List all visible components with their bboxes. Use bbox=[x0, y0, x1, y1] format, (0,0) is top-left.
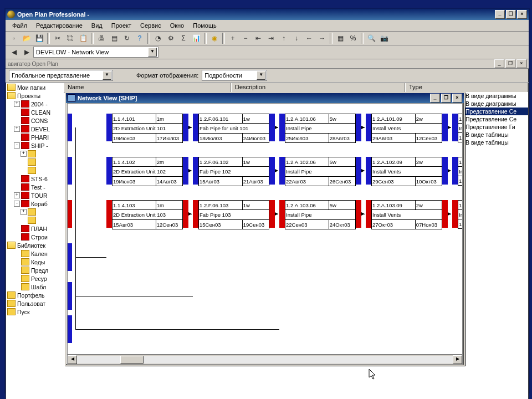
tree-item[interactable]: Пользоват bbox=[6, 299, 64, 308]
menu-window[interactable]: Окно bbox=[166, 21, 189, 30]
left-icon[interactable]: ← bbox=[303, 32, 315, 44]
help-icon[interactable]: ? bbox=[134, 32, 146, 44]
task-node-partial[interactable]: 1.In1 bbox=[452, 200, 463, 228]
task-node[interactable]: 1.1.4.1011m2D Extraction Unit 10119Июн03… bbox=[106, 114, 188, 141]
tree-item[interactable]: Коды bbox=[6, 258, 64, 266]
restore-button[interactable]: ❐ bbox=[506, 10, 516, 19]
tree-expander-icon[interactable]: + bbox=[14, 192, 20, 198]
menu-service[interactable]: Сервис bbox=[136, 21, 166, 30]
menu-project[interactable]: Проект bbox=[107, 21, 136, 30]
open-icon[interactable]: 📂 bbox=[21, 32, 33, 44]
list-item[interactable]: В виде диаграммы bbox=[464, 100, 528, 108]
task-node[interactable]: 1.2.A.102.092wInstall Vents29Сен0310Окт0… bbox=[366, 157, 448, 185]
tree-item[interactable]: Мои папки bbox=[6, 83, 64, 91]
tree-item[interactable]: Кален bbox=[6, 249, 64, 258]
menu-help[interactable]: Помощь bbox=[188, 21, 221, 30]
nv-minimize-button[interactable]: _ bbox=[430, 94, 440, 103]
tree-item[interactable]: PHARI bbox=[6, 133, 64, 141]
down-icon[interactable]: ↓ bbox=[290, 32, 303, 44]
task-node[interactable]: 1.2.F.06.1021wFab Pipe 10215Авг0321Авг03 bbox=[193, 157, 275, 185]
tree-expander-icon[interactable]: + bbox=[21, 209, 27, 215]
zoom-out-icon[interactable]: − bbox=[239, 32, 252, 44]
tree-item[interactable]: Портфель bbox=[6, 291, 64, 299]
percent-icon[interactable]: % bbox=[347, 32, 359, 44]
close-button[interactable]: × bbox=[517, 10, 527, 19]
panel-minimize-button[interactable]: _ bbox=[494, 59, 504, 68]
nav-right-icon[interactable]: ▶ bbox=[21, 46, 33, 58]
project-tree[interactable]: Мои папкиПроекты+2004 -CLEANCONS+DEVELPH… bbox=[6, 83, 64, 399]
zoom-in-icon[interactable]: + bbox=[227, 32, 239, 44]
tree-item[interactable]: CLEAN bbox=[6, 108, 64, 116]
tree-item[interactable]: Проекты bbox=[6, 91, 64, 100]
task-node-partial[interactable]: 1.In1 bbox=[452, 157, 463, 185]
format-selector[interactable]: Подробности▼ bbox=[202, 70, 267, 81]
task-node[interactable]: 1.2.F.06.1031wFab Pipe 10315Сен0319Сен03 bbox=[193, 200, 275, 228]
tree-item[interactable]: -Кораб bbox=[6, 200, 64, 208]
gear-icon[interactable]: ⚙ bbox=[165, 32, 177, 44]
bullet-icon[interactable]: ◉ bbox=[208, 32, 221, 44]
menu-file[interactable]: Файл bbox=[8, 21, 32, 30]
scroll-left-button[interactable]: ◀ bbox=[68, 355, 77, 364]
new-icon[interactable]: ▫ bbox=[8, 32, 20, 44]
chevron-down-icon[interactable]: ▼ bbox=[257, 71, 265, 80]
nav-left-icon[interactable]: ◀ bbox=[8, 46, 20, 58]
chevron-down-icon[interactable]: ▼ bbox=[148, 48, 157, 57]
tree-item[interactable]: +DEVEL bbox=[6, 125, 64, 133]
right-icon[interactable]: → bbox=[316, 32, 328, 44]
view-selector[interactable]: DEVFLOW - Network View ▼ bbox=[33, 47, 158, 58]
network-canvas[interactable]: 1.1.4.1011m2D Extraction Unit 10119Июн03… bbox=[67, 103, 463, 355]
task-node[interactable]: 1.2.A.101.065wInstall Pipe25Июл0328Авг03 bbox=[279, 114, 361, 141]
panel-close-button[interactable]: × bbox=[516, 59, 526, 68]
tree-expander-icon[interactable]: + bbox=[21, 151, 27, 157]
tree-item[interactable]: STS-6 bbox=[6, 175, 64, 183]
paste-icon[interactable]: 📋 bbox=[77, 32, 89, 44]
tree-item[interactable]: Ресур bbox=[6, 274, 64, 283]
chart-icon[interactable]: 📊 bbox=[190, 32, 202, 44]
expand-icon[interactable]: ⇥ bbox=[265, 32, 277, 44]
nv-close-button[interactable]: × bbox=[452, 94, 462, 103]
horizontal-scrollbar[interactable]: ◀ ▶ bbox=[67, 355, 463, 365]
network-view-window[interactable]: Network View [SHIP] _❐× 1.1.4.1011m2D Ex… bbox=[65, 92, 465, 366]
chevron-down-icon[interactable]: ▼ bbox=[103, 71, 111, 80]
tree-expander-icon[interactable]: - bbox=[14, 201, 20, 207]
task-node[interactable]: 1.2.A.102.065wInstall Pipe22Авг0326Сен03 bbox=[279, 157, 361, 185]
save-icon[interactable]: 💾 bbox=[33, 32, 45, 44]
task-node[interactable]: 1.2.A.103.092wInstall Vents27Окт0307Ноя0… bbox=[366, 200, 448, 228]
list-item[interactable]: Представление Се bbox=[464, 115, 528, 123]
menu-edit[interactable]: Редактирование bbox=[32, 21, 87, 30]
list-item[interactable]: Представление Ги bbox=[464, 123, 528, 131]
tree-item[interactable]: +2004 - bbox=[6, 100, 64, 108]
tree-item[interactable] bbox=[6, 216, 64, 224]
list-item[interactable]: В виде диаграммы bbox=[464, 92, 528, 100]
col-name[interactable]: Name bbox=[64, 83, 231, 92]
refresh-icon[interactable]: ↻ bbox=[121, 32, 133, 44]
tree-item[interactable]: Test - bbox=[6, 183, 64, 191]
col-type[interactable]: Type bbox=[405, 83, 528, 92]
copy-icon[interactable]: ⿻ bbox=[64, 32, 76, 44]
global-view-selector[interactable]: Глобальное представление▼ bbox=[9, 70, 113, 81]
task-node[interactable]: 1.2.A.103.065wInstall Pipe22Сен0324Окт03 bbox=[279, 200, 361, 228]
camera-icon[interactable]: 📷 bbox=[378, 32, 390, 44]
tree-item[interactable]: + bbox=[6, 208, 64, 216]
task-node[interactable]: 1.1.4.1022m2D Extraction Unit 10219Июн03… bbox=[106, 157, 188, 185]
cut-icon[interactable]: ✂ bbox=[52, 32, 64, 44]
col-desc[interactable]: Description bbox=[231, 83, 405, 92]
task-node-partial[interactable]: 1.In1 bbox=[452, 114, 463, 141]
nv-maximize-button[interactable]: ❐ bbox=[441, 94, 451, 103]
task-node[interactable]: 1.2.F.06.1011wFab Pipe for unit 10118Июл… bbox=[193, 114, 275, 141]
network-view-titlebar[interactable]: Network View [SHIP] _❐× bbox=[66, 93, 464, 103]
tree-expander-icon[interactable]: + bbox=[14, 101, 20, 107]
tree-item[interactable]: +TOUR bbox=[6, 191, 64, 200]
task-node[interactable]: 1.1.4.1031m2D Extraction Unit 10315Авг03… bbox=[106, 200, 188, 228]
tree-item[interactable]: CONS bbox=[6, 116, 64, 125]
tree-item[interactable]: Строи bbox=[6, 233, 64, 241]
tree-expander-icon[interactable]: + bbox=[14, 126, 20, 132]
list-item[interactable]: Представление Се bbox=[464, 108, 528, 115]
panel-restore-button[interactable]: ❐ bbox=[505, 59, 515, 68]
preview-icon[interactable]: ▤ bbox=[108, 32, 120, 44]
sigma-icon[interactable]: Σ bbox=[177, 32, 190, 44]
up-icon[interactable]: ↑ bbox=[278, 32, 290, 44]
tree-item[interactable]: ПЛАН bbox=[6, 224, 64, 233]
list-item[interactable]: В виде таблицы bbox=[464, 139, 528, 146]
task-node[interactable]: 1.2.A.101.092wInstall Vents29Авг0312Сен0… bbox=[366, 114, 448, 141]
